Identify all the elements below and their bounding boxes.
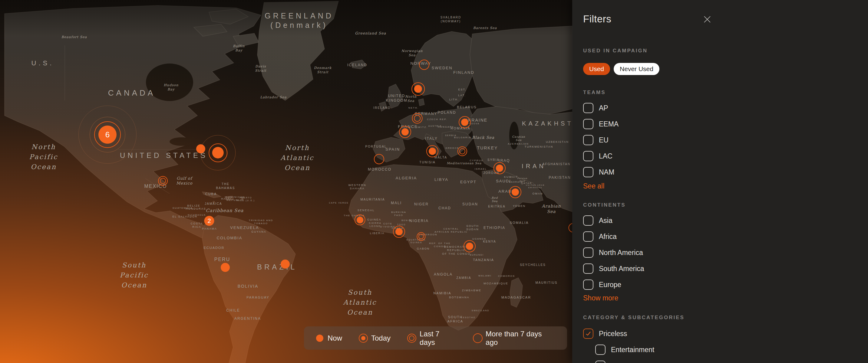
legend-item: Now — [315, 334, 342, 342]
checkbox-unchecked[interactable] — [583, 231, 593, 242]
legend-item: More than 7 days ago — [473, 330, 556, 346]
checkbox-checked[interactable] — [583, 329, 593, 339]
checkbox-label: Priceless — [599, 330, 627, 338]
checkbox-unchecked[interactable] — [583, 135, 593, 145]
checkbox-row-asia[interactable]: Asia — [583, 216, 613, 226]
checkbox-label: Entertainment — [611, 346, 654, 354]
legend-now-icon — [315, 334, 324, 342]
see-all-link[interactable]: See all — [583, 182, 604, 190]
section-header-continents: CONTINENTS — [583, 202, 626, 208]
checkbox-row-north-america[interactable]: North America — [583, 248, 643, 258]
checkbox-label: EU — [599, 136, 609, 144]
checkbox-row-nam[interactable]: NAM — [583, 167, 614, 177]
checkbox-label: Africa — [599, 233, 617, 241]
section-header-teams: TEAMS — [583, 90, 606, 96]
legend-item: Today — [359, 334, 391, 342]
legend-label: Now — [328, 334, 342, 342]
legend-item: Last 7 days — [407, 330, 457, 346]
checkbox-label: South America — [599, 265, 644, 273]
checkbox-unchecked[interactable] — [583, 248, 593, 258]
landmass-greenland — [257, 1, 339, 100]
campaign-pill-never-used[interactable]: Never Used — [614, 63, 659, 75]
legend-label: Today — [371, 334, 391, 342]
checkbox-label: LAC — [599, 152, 613, 160]
show-more-link[interactable]: Show more — [583, 294, 618, 302]
checkbox-label: North America — [599, 249, 643, 257]
close-icon[interactable] — [703, 15, 711, 24]
checkbox-row-lac[interactable]: LAC — [583, 151, 613, 161]
checkbox-row-entertainment[interactable]: Entertainment — [595, 344, 654, 355]
checkbox-unchecked[interactable] — [583, 167, 593, 177]
checkbox-label: Europe — [599, 281, 621, 289]
checkbox-row-south-america[interactable]: South America — [583, 263, 644, 274]
checkbox-row-eu[interactable]: EU — [583, 135, 609, 145]
legend-older-icon — [473, 334, 482, 342]
checkbox-row-africa[interactable]: Africa — [583, 231, 617, 242]
landmass-south-america — [202, 216, 296, 363]
campaign-pill-group: UsedNever Used — [583, 63, 659, 75]
checkbox-unchecked[interactable] — [583, 279, 593, 290]
checkbox-label: AP — [599, 104, 608, 112]
legend-label: Last 7 days — [420, 330, 457, 346]
section-header-categories: CATEGORY & SUBCATEGORIES — [583, 315, 685, 321]
checkbox-unchecked[interactable] — [583, 119, 593, 129]
map-legend: NowTodayLast 7 daysMore than 7 days ago — [304, 326, 567, 350]
checkbox-unchecked[interactable] — [583, 216, 593, 226]
checkbox-unchecked[interactable] — [583, 103, 593, 113]
checkbox-unchecked[interactable] — [595, 344, 606, 355]
panel-title: Filters — [583, 13, 611, 25]
checkbox-unchecked[interactable] — [595, 361, 606, 363]
section-header-campaign: USED IN CAMPAIGN — [583, 48, 648, 54]
checkbox-label: EEMA — [599, 120, 619, 128]
checkbox-label: Asia — [599, 217, 613, 225]
legend-last7-icon — [407, 334, 416, 342]
checkbox-row-europe[interactable]: Europe — [583, 279, 621, 290]
checkbox-row-eema[interactable]: EEMA — [583, 119, 619, 129]
checkbox-row-partial[interactable] — [595, 361, 606, 363]
checkbox-row-ap[interactable]: AP — [583, 103, 608, 113]
checkbox-row-priceless[interactable]: Priceless — [583, 329, 627, 339]
checkbox-label: NAM — [599, 168, 614, 176]
checkbox-unchecked[interactable] — [583, 263, 593, 274]
filters-panel: Filters USED IN CAMPAIGN UsedNever Used … — [572, 0, 868, 363]
legend-label: More than 7 days ago — [486, 330, 556, 346]
legend-today-icon — [359, 334, 368, 342]
campaign-pill-used[interactable]: Used — [583, 63, 610, 75]
checkbox-unchecked[interactable] — [583, 151, 593, 161]
